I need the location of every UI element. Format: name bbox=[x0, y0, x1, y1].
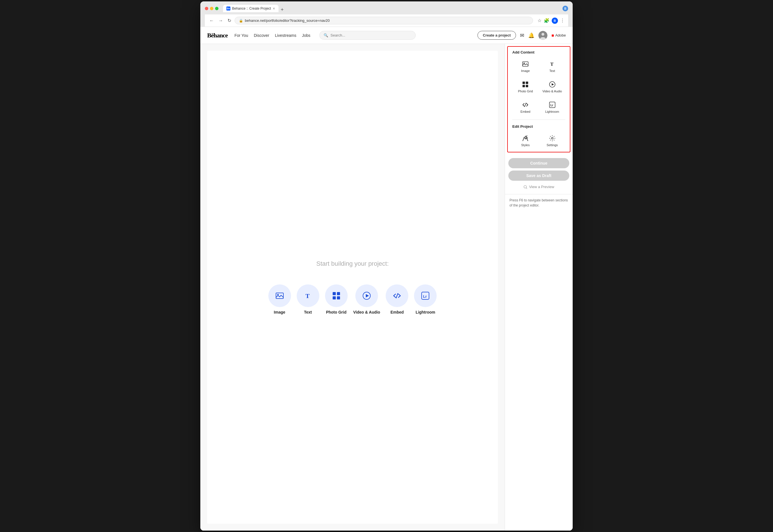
sidebar-styles-item[interactable]: Styles bbox=[512, 131, 539, 151]
app-content: Bēhance For You Discover Livestreams Job… bbox=[200, 27, 573, 531]
svg-rect-12 bbox=[523, 62, 528, 66]
close-window-button[interactable] bbox=[205, 7, 208, 10]
refresh-button[interactable]: ↻ bbox=[226, 17, 232, 24]
add-image-circle bbox=[268, 284, 291, 307]
add-video-audio-option[interactable]: Video & Audio bbox=[353, 284, 380, 314]
add-photo-grid-label: Photo Grid bbox=[326, 310, 346, 314]
add-content-section: Add Content Image bbox=[508, 47, 570, 118]
nav-link-jobs[interactable]: Jobs bbox=[302, 33, 311, 38]
adobe-logo[interactable]: ■ Adobe bbox=[551, 33, 566, 38]
add-video-label: Video & Audio bbox=[353, 310, 380, 314]
sidebar-text-item[interactable]: T Text bbox=[539, 57, 566, 76]
add-text-option[interactable]: T Text bbox=[297, 284, 319, 314]
svg-point-1 bbox=[277, 294, 279, 295]
add-photo-grid-option[interactable]: Photo Grid bbox=[325, 284, 348, 314]
search-input[interactable] bbox=[330, 33, 411, 37]
add-embed-label: Embed bbox=[390, 310, 404, 314]
edit-project-grid: Styles Settings bbox=[512, 131, 565, 151]
sidebar-lightroom-label: Lightroom bbox=[545, 110, 559, 113]
sidebar-video-label: Video & Audio bbox=[542, 90, 562, 93]
back-button[interactable]: ← bbox=[208, 18, 215, 24]
sidebar-embed-item[interactable]: Embed bbox=[512, 97, 539, 117]
new-tab-button[interactable]: + bbox=[280, 7, 285, 12]
forward-button[interactable]: → bbox=[217, 18, 224, 24]
search-bar[interactable]: 🔍 bbox=[319, 31, 416, 40]
svg-rect-4 bbox=[337, 292, 340, 295]
editor-canvas: Start building your project: Image bbox=[207, 51, 498, 524]
svg-rect-18 bbox=[526, 85, 528, 88]
url-bar[interactable]: 🔒 behance.net/portfolio/editor?tracking_… bbox=[235, 17, 533, 24]
add-lightroom-circle: Lr bbox=[414, 284, 437, 307]
add-embed-option[interactable]: Embed bbox=[386, 284, 408, 314]
editor-area: Start building your project: Image bbox=[200, 44, 505, 531]
sidebar-photo-grid-label: Photo Grid bbox=[518, 90, 533, 93]
svg-text:T: T bbox=[305, 292, 310, 299]
text-icon: T bbox=[303, 291, 313, 300]
video-audio-icon bbox=[362, 291, 371, 300]
content-options: Image T Text bbox=[268, 284, 437, 314]
save-draft-button[interactable]: Save as Draft bbox=[508, 171, 569, 181]
add-embed-circle bbox=[386, 284, 408, 307]
sidebar-photo-grid-icon bbox=[522, 81, 529, 88]
add-lightroom-option[interactable]: Lr Lightroom bbox=[414, 284, 437, 314]
browser-extension-icon[interactable]: B bbox=[562, 6, 568, 11]
sidebar-hint: Press F6 to navigate between sections of… bbox=[505, 194, 573, 211]
svg-line-24 bbox=[526, 136, 527, 136]
browser-controls: Be Behance :: Create Project × + B bbox=[205, 5, 568, 12]
edit-project-section: Edit Project Styles bbox=[508, 121, 570, 152]
preview-button[interactable]: View a Preview bbox=[508, 183, 569, 191]
search-icon: 🔍 bbox=[324, 33, 328, 37]
sidebar-embed-label: Embed bbox=[521, 110, 530, 113]
traffic-lights bbox=[205, 7, 218, 10]
lock-icon: 🔒 bbox=[239, 19, 243, 23]
messages-icon[interactable]: ✉ bbox=[520, 32, 524, 39]
maximize-window-button[interactable] bbox=[215, 7, 218, 10]
svg-rect-17 bbox=[523, 85, 525, 88]
top-navigation: Bēhance For You Discover Livestreams Job… bbox=[200, 27, 573, 44]
sidebar-panel: Add Content Image bbox=[507, 46, 570, 152]
minimize-window-button[interactable] bbox=[210, 7, 213, 10]
menu-icon[interactable]: ⋮ bbox=[560, 18, 565, 23]
continue-button[interactable]: Continue bbox=[508, 158, 569, 168]
extensions-icon[interactable]: 🧩 bbox=[544, 18, 549, 23]
svg-rect-15 bbox=[523, 82, 525, 84]
sidebar-settings-item[interactable]: Settings bbox=[539, 131, 566, 151]
add-photo-grid-circle bbox=[325, 284, 348, 307]
nav-link-livestreams[interactable]: Livestreams bbox=[275, 33, 296, 38]
notifications-icon[interactable]: 🔔 bbox=[528, 32, 534, 39]
sidebar-video-audio-item[interactable]: Video & Audio bbox=[539, 77, 566, 97]
nav-links: For You Discover Livestreams Jobs bbox=[234, 33, 310, 38]
sidebar-image-icon bbox=[522, 61, 529, 67]
tab-favicon: Be bbox=[226, 7, 230, 10]
browser-window: Be Behance :: Create Project × + B ← → ↻… bbox=[200, 1, 573, 531]
svg-line-9 bbox=[396, 293, 398, 298]
preview-label: View a Preview bbox=[529, 185, 554, 189]
add-lightroom-label: Lightroom bbox=[416, 310, 435, 314]
tab-close-button[interactable]: × bbox=[273, 7, 275, 10]
sidebar-text-icon: T bbox=[549, 61, 556, 67]
svg-marker-8 bbox=[366, 294, 369, 297]
url-text: behance.net/portfolio/editor?tracking_so… bbox=[245, 18, 330, 23]
svg-rect-5 bbox=[333, 296, 336, 299]
browser-user-avatar[interactable]: B bbox=[552, 18, 558, 24]
svg-text:Lr: Lr bbox=[550, 104, 553, 107]
sidebar-lightroom-item[interactable]: Lr Lightroom bbox=[539, 97, 566, 117]
sidebar-image-item[interactable]: Image bbox=[512, 57, 539, 76]
bookmark-icon[interactable]: ☆ bbox=[538, 18, 541, 23]
create-project-button[interactable]: Create a project bbox=[477, 31, 516, 40]
browser-tab[interactable]: Be Behance :: Create Project × bbox=[223, 5, 279, 12]
sidebar-image-label: Image bbox=[521, 69, 530, 73]
svg-text:T: T bbox=[550, 61, 554, 67]
right-sidebar: Add Content Image bbox=[505, 44, 573, 531]
nav-link-discover[interactable]: Discover bbox=[254, 33, 269, 38]
embed-icon bbox=[392, 291, 402, 300]
main-layout: Start building your project: Image bbox=[200, 44, 573, 531]
user-avatar[interactable] bbox=[538, 31, 547, 40]
add-image-option[interactable]: Image bbox=[268, 284, 291, 314]
sidebar-styles-icon bbox=[522, 135, 529, 142]
sidebar-lightroom-icon: Lr bbox=[549, 101, 556, 108]
tab-title: Behance :: Create Project bbox=[232, 7, 271, 10]
sidebar-embed-icon bbox=[522, 101, 529, 108]
nav-link-for-you[interactable]: For You bbox=[234, 33, 248, 38]
sidebar-photo-grid-item[interactable]: Photo Grid bbox=[512, 77, 539, 97]
